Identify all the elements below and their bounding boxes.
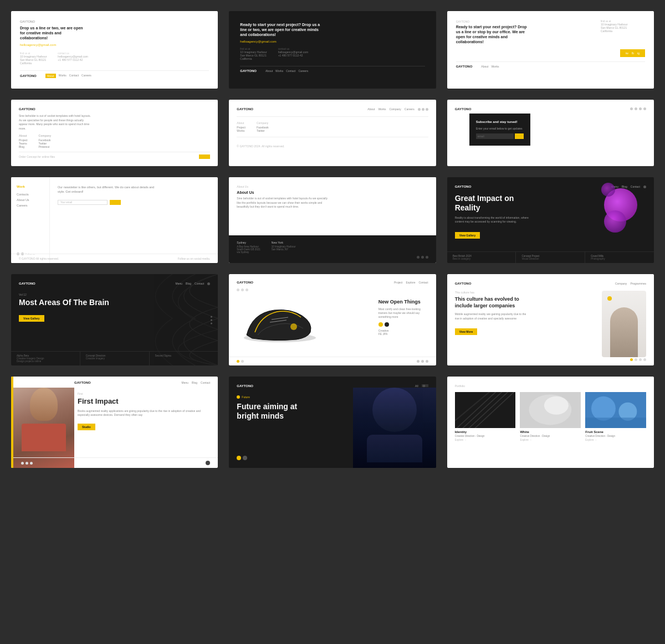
r4c1-nav-menu[interactable]: Menu: [176, 282, 183, 285]
r5c1-nav-blog[interactable]: Blog: [192, 381, 197, 384]
r5c3-card-identity: Identity Creative Direction - Design Exp…: [455, 392, 516, 441]
r4c2-social-tw[interactable]: [426, 360, 428, 363]
dark-nav-contact[interactable]: Contact: [286, 69, 295, 73]
r3c3-cta[interactable]: View Gallery: [455, 232, 480, 239]
subscribe-box: Subscribe and stay tuned! Enter your ema…: [469, 114, 530, 146]
r5c1-dot3[interactable]: [30, 462, 33, 465]
r4c2-color2[interactable]: [385, 322, 389, 327]
r4c3-page2[interactable]: [635, 358, 637, 361]
r5c2-gray-dot[interactable]: [243, 456, 247, 460]
r3c1-menu-about[interactable]: About Us: [17, 198, 44, 202]
r4c3-page-active[interactable]: [630, 358, 633, 361]
r4c3-cta[interactable]: View More: [455, 328, 478, 335]
r4c1-nav-contact[interactable]: Contact: [195, 282, 204, 285]
r4c2-nav-contact[interactable]: Contact: [418, 281, 428, 284]
r4c3-desc: Mobile augmented reality are gaining pop…: [455, 312, 527, 321]
r4c2-social-fb[interactable]: [417, 360, 420, 363]
social-ig[interactable]: ig: [637, 51, 640, 55]
r2c3-social-pi[interactable]: [643, 107, 646, 110]
r2c2-nav-about[interactable]: About: [367, 107, 375, 111]
dark-nav-works[interactable]: Works: [275, 69, 283, 73]
subscribe-desc: Enter your email below to get updates: [476, 127, 524, 130]
dark-nav-careers[interactable]: Careers: [298, 69, 308, 73]
r5c1-dot2[interactable]: [25, 462, 28, 465]
nav-item-careers[interactable]: Careers: [81, 74, 91, 78]
r4c2-social-ig[interactable]: [421, 360, 424, 363]
r3c2-social-tw[interactable]: [417, 256, 420, 259]
r2c3-social-tw[interactable]: [630, 107, 633, 110]
r4c3-logo: GAYTONO: [455, 282, 472, 285]
nav-item-about[interactable]: About: [45, 74, 56, 78]
r2c2-social-tw[interactable]: [418, 108, 421, 111]
r4c2-active-dot[interactable]: [237, 360, 239, 363]
r4c3-page4[interactable]: [643, 358, 646, 361]
r4c3-nav-programmes[interactable]: Programmes: [630, 282, 646, 285]
r3c1-menu-work[interactable]: Work: [17, 185, 44, 188]
subscribe-input[interactable]: email: [476, 133, 514, 139]
r2c3-social-ig[interactable]: [639, 107, 642, 110]
r5c3-fruit-title: Fruit Scene: [585, 430, 646, 434]
subscribe-submit[interactable]: [515, 133, 524, 139]
r4c2-pagination-dot2[interactable]: [241, 288, 244, 291]
r3c1-submit-btn[interactable]: [110, 200, 121, 205]
r3c2-social-ig[interactable]: [426, 256, 428, 259]
r5c3-identity-title: Identity: [455, 430, 516, 434]
social-fb[interactable]: fb: [632, 51, 634, 55]
r2c1-copyright: Order Concept for online files: [19, 155, 55, 158]
r5c1-person-photo: [13, 377, 74, 468]
r2c3-logo: GAYTONO: [455, 107, 472, 111]
r2c2-social-fb[interactable]: [422, 108, 424, 111]
r5c3-identity-link[interactable]: Explore →: [455, 439, 516, 441]
r3c2-social-fb[interactable]: [421, 256, 424, 259]
r1c3-nav-about[interactable]: About: [481, 65, 488, 68]
r3c3-stats: Best British 2024 Best in category Conce…: [447, 251, 654, 263]
r4c1-nav: GAYTONO Menu Blog Contact: [19, 282, 210, 285]
r4c2-pagination-dot3[interactable]: [245, 288, 248, 291]
r5c2-nav-all[interactable]: All: [415, 384, 418, 388]
r4c2-nav-project[interactable]: Project: [394, 281, 403, 284]
nav-item-works[interactable]: Works: [59, 74, 66, 78]
r5c1-tag: First: [78, 392, 210, 395]
r3c1-menu-careers[interactable]: Careers: [17, 204, 44, 207]
social-twitter[interactable]: tw: [626, 51, 628, 55]
r4c2-pagination-dot1[interactable]: [237, 288, 239, 291]
r1c3-nav-works[interactable]: Works: [491, 65, 499, 68]
contact-top-label: GAYTONO: [20, 20, 209, 23]
r5c3-fruit-link[interactable]: Explore →: [585, 439, 646, 441]
r3c3-avatar[interactable]: [643, 186, 646, 188]
r2c2-nav-company[interactable]: Company: [389, 107, 401, 111]
r5c2-tag: Future: [237, 395, 314, 399]
r4c1-bottom: Alpha Beta Creative Imagery Design Desig…: [11, 351, 218, 365]
nav-item-contact[interactable]: Contact: [69, 74, 79, 78]
dark-bottom-nav: GAYTONO About Works Contact Careers: [240, 66, 424, 73]
r5c2-nav: GAYTONO All: [237, 384, 428, 388]
r4c2-inactive-dot[interactable]: [241, 360, 244, 363]
r2c3-social-fb[interactable]: [635, 107, 637, 110]
r4c1-cta[interactable]: View Gallery: [19, 315, 44, 322]
r4c2-bottom: [229, 357, 436, 365]
r4c1-nav-blog[interactable]: Blog: [186, 282, 191, 285]
r4c2-color1[interactable]: [378, 322, 383, 327]
r4c3-page3[interactable]: [639, 358, 642, 361]
r4c1-avatar[interactable]: [207, 282, 210, 285]
r5c1-nav-contact[interactable]: Contact: [201, 381, 210, 384]
dark-nav-about[interactable]: About: [265, 69, 273, 73]
r3c1-menu-contacts[interactable]: Contacts: [17, 193, 44, 196]
r2c2-social-ig[interactable]: [426, 108, 428, 111]
r5c1-cta[interactable]: Studio: [78, 424, 95, 430]
r5c2-yellow-dot[interactable]: [237, 456, 241, 460]
r5c2-tag-text: Future: [242, 395, 249, 399]
r5c2-search[interactable]: [422, 384, 428, 387]
r5c1-nav-menu[interactable]: Menu: [182, 381, 189, 384]
r3c1-email-input[interactable]: Your email: [58, 200, 108, 205]
r2c2-nav-careers[interactable]: Careers: [405, 107, 415, 111]
r5c3-white-link[interactable]: Explore →: [520, 439, 581, 441]
r5c1-dot1[interactable]: [21, 462, 24, 465]
r4c2-nav-explore[interactable]: Explore: [406, 281, 415, 284]
r5c1-volume-icon[interactable]: [206, 461, 210, 465]
r4c3-nav-company[interactable]: Company: [615, 282, 627, 285]
r2c1-col2: Company Facebook Twitter Pinterest: [39, 134, 52, 148]
r5c1-bottom: [13, 457, 218, 468]
contact-headline: Drop us a line or two, we are open for c…: [20, 25, 86, 40]
r2c2-nav-works[interactable]: Works: [378, 107, 386, 111]
